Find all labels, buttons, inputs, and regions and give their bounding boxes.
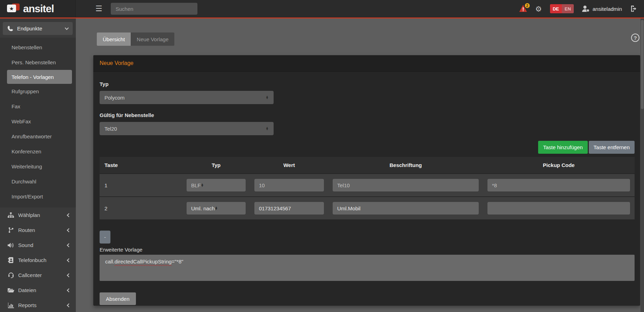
submit-button[interactable]: Absenden <box>100 292 136 305</box>
main-content: Übersicht Neue Vorlage ? Neue Vorlage Ty… <box>76 19 644 312</box>
add-key-button[interactable]: Taste hinzufügen <box>538 141 587 154</box>
row1-pickup-input[interactable] <box>487 179 630 191</box>
collapse-minus-button[interactable]: - <box>100 231 110 244</box>
sidebar-item-dateien[interactable]: Dateien <box>0 283 76 298</box>
key-number: 1 <box>100 182 187 188</box>
username-label: ansiteladmin <box>593 6 622 12</box>
row1-type-select[interactable]: BLF ▲▼ <box>187 179 246 191</box>
key-number: 2 <box>100 205 187 211</box>
sidebar-item-reports[interactable]: Reports <box>0 298 76 312</box>
sidebar-item-rufgruppen[interactable]: Rufgruppen <box>0 84 76 99</box>
phone-icon <box>7 26 13 31</box>
sitemap-icon <box>7 212 14 218</box>
chevron-left-icon <box>67 273 71 277</box>
language-en[interactable]: EN <box>562 4 574 13</box>
logo-text: ansitel <box>23 3 54 15</box>
sidebar-item-weiterleitung[interactable]: Weiterleitung <box>0 159 76 174</box>
sidebar-item-pers-nebenstellen[interactable]: Pers. Nebenstellen <box>0 55 76 70</box>
row2-type-select[interactable]: Uml. nach ▲▼ <box>187 202 246 215</box>
submenu-label: Pers. Nebenstellen <box>12 59 56 65</box>
settings-gear-icon[interactable]: ⚙ <box>535 5 542 13</box>
sidebar-item-callcenter[interactable]: Callcenter <box>0 268 76 283</box>
extension-select[interactable]: Tel20 ▲▼ <box>100 122 274 135</box>
sidebar-item-routen[interactable]: Routen <box>0 223 76 238</box>
ansitel-logo-icon: ★ <box>7 3 21 15</box>
sidebar-item-anrufbeantworter[interactable]: Anrufbeantworter <box>0 129 76 144</box>
top-bar: ★ ansitel ☰ 2 ⚙ DE EN ansiteladmin <box>0 0 644 19</box>
col-header-taste: Taste <box>100 162 187 168</box>
sidebar-item-webfax[interactable]: WebFax <box>0 114 76 129</box>
sidebar-item-label: Sound <box>18 242 67 248</box>
sidebar-item-fax[interactable]: Fax <box>0 99 76 114</box>
endpunkte-submenu: Nebenstellen Pers. Nebenstellen Telefon … <box>0 38 76 208</box>
vertical-scrollbar[interactable] <box>641 19 644 312</box>
chevron-left-icon <box>67 228 71 232</box>
sidebar-item-label: Callcenter <box>18 272 67 278</box>
submenu-label: Import/Export <box>12 194 43 199</box>
remove-key-button[interactable]: Taste entfernen <box>589 141 635 154</box>
type-select[interactable]: Polycom ▲▼ <box>100 91 274 104</box>
logo[interactable]: ★ ansitel <box>0 0 76 17</box>
language-de[interactable]: DE <box>550 4 562 13</box>
tab-neue-vorlage[interactable]: Neue Vorlage <box>131 32 174 46</box>
chevron-left-icon <box>67 303 71 307</box>
tab-uebersicht[interactable]: Übersicht <box>97 32 131 46</box>
sidebar-item-konferenzen[interactable]: Konferenzen <box>0 144 76 159</box>
user-icon <box>582 5 589 12</box>
extension-label: Gültig für Nebenstelle <box>100 104 635 118</box>
row1-value-input[interactable] <box>254 179 324 191</box>
neue-vorlage-panel: Neue Vorlage Typ Polycom ▲▼ Gültig für N… <box>93 55 640 306</box>
row1-label-input[interactable] <box>333 179 479 191</box>
col-header-beschriftung: Beschriftung <box>333 162 487 168</box>
headset-icon <box>7 272 14 278</box>
advanced-template-label: Erweiterte Vorlage <box>100 247 635 253</box>
help-icon[interactable]: ? <box>631 34 639 42</box>
sidebar-item-nebenstellen[interactable]: Nebenstellen <box>0 40 76 55</box>
sidebar-item-telefon-vorlagen[interactable]: Telefon - Vorlagen <box>7 70 72 84</box>
language-toggle[interactable]: DE EN <box>550 4 574 13</box>
submenu-label: Nebenstellen <box>12 44 42 50</box>
sidebar-item-label: Endpunkte <box>17 26 65 31</box>
code-text: ="*8" <box>172 259 183 264</box>
advanced-template-textarea[interactable]: call.directedCallPickupString="*8" <box>100 255 635 281</box>
sidebar-item-label: Routen <box>18 227 67 233</box>
sidebar-item-label: Dateien <box>18 287 67 293</box>
chevron-left-icon <box>67 288 71 292</box>
submenu-label: Durchwahl <box>12 179 36 184</box>
sort-arrows-icon: ▲▼ <box>201 183 204 187</box>
submenu-label: Anrufbeantworter <box>12 133 52 139</box>
submenu-label: Rufgruppen <box>12 88 39 94</box>
row2-value-input[interactable] <box>254 202 324 215</box>
logo-star: ★ <box>9 6 14 11</box>
user-menu[interactable]: ansiteladmin <box>582 5 622 12</box>
sort-arrows-icon: ▲▼ <box>215 206 218 210</box>
chevron-down-icon <box>65 26 68 30</box>
route-branch-icon <box>7 227 14 233</box>
row2-pickup-input[interactable] <box>487 202 630 215</box>
sidebar-item-label: Telefonbuch <box>18 257 67 263</box>
sidebar-item-endpunkte[interactable]: Endpunkte <box>3 22 73 35</box>
scrollbar-thumb[interactable] <box>641 20 644 109</box>
sidebar-item-sound[interactable]: Sound <box>0 238 76 253</box>
tab-bar: Übersicht Neue Vorlage <box>97 32 174 46</box>
hamburger-menu-icon[interactable]: ☰ <box>95 5 102 13</box>
alert-warning-icon[interactable]: 2 <box>519 5 527 13</box>
folder-open-icon <box>7 288 14 293</box>
bar-chart-icon <box>7 303 14 308</box>
sidebar-item-import-export[interactable]: Import/Export <box>0 189 76 204</box>
address-book-icon <box>7 257 14 263</box>
submenu-label: WebFax <box>12 118 31 124</box>
submenu-label: Fax <box>12 103 20 109</box>
sidebar-item-durchwahl[interactable]: Durchwahl <box>0 174 76 189</box>
sidebar: Endpunkte Nebenstellen Pers. Nebenstelle… <box>0 19 76 312</box>
logout-icon[interactable] <box>630 5 638 12</box>
search-input[interactable] <box>111 3 197 15</box>
panel-title: Neue Vorlage <box>93 55 640 72</box>
col-header-typ: Typ <box>187 162 254 168</box>
row2-label-input[interactable] <box>333 202 479 215</box>
chevron-left-icon <box>67 213 71 217</box>
chevron-left-icon <box>67 243 71 247</box>
volume-icon <box>7 242 14 248</box>
sidebar-item-waehlplan[interactable]: Wählplan <box>0 208 76 223</box>
sidebar-item-telefonbuch[interactable]: Telefonbuch <box>0 253 76 268</box>
